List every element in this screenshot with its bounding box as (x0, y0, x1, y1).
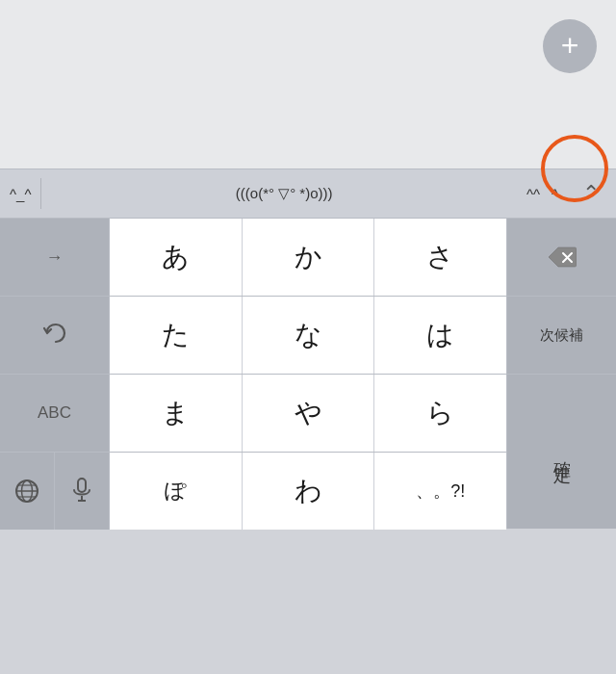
key-na[interactable]: な (243, 297, 375, 374)
top-area: + (0, 0, 616, 168)
key-wa[interactable]: わ (243, 453, 375, 530)
key-ka[interactable]: か (243, 219, 375, 296)
key-punct-label: 、。?! (416, 480, 465, 503)
key-ta[interactable]: た (110, 297, 243, 374)
key-sa[interactable]: さ (374, 219, 506, 296)
plus-icon: + (561, 30, 579, 61)
toolbar-row: ^_^ (((o(*° ▽° *)o))) ^^ ^ (0, 168, 616, 219)
keyboard-row-4: ぽ わ 、。?! (0, 453, 506, 530)
key-ma-label: ま (162, 395, 190, 431)
toolbar-kaomoji-hat[interactable]: ^_^ (0, 169, 40, 218)
key-ka-label: か (295, 239, 322, 275)
key-ra-label: ら (426, 395, 454, 431)
mic-key[interactable] (55, 453, 110, 530)
key-a[interactable]: あ (110, 219, 243, 296)
globe-key[interactable] (0, 453, 55, 530)
toolbar-caret1[interactable]: ^^ (526, 186, 540, 202)
globe-icon (13, 478, 40, 505)
key-po-small[interactable]: ぽ (110, 453, 243, 530)
key-punct[interactable]: 、。?! (374, 453, 506, 530)
main-keys-row3: ま や ら (110, 375, 506, 452)
key-ha[interactable]: は (374, 297, 506, 374)
key-na-label: な (295, 317, 322, 353)
chevron-highlight-circle (541, 135, 608, 202)
main-keys-row2: た な は (110, 297, 506, 374)
toolbar-hat-label: ^_^ (10, 186, 31, 202)
key-ma[interactable]: ま (110, 375, 243, 452)
confirm-label: 確定 (551, 448, 574, 455)
toolbar-emoticon[interactable]: (((o(*° ▽° *)o))) (41, 185, 526, 202)
undo-icon (41, 322, 68, 349)
keyboard-area: → あ か さ (0, 219, 616, 530)
key-wa-label: わ (295, 473, 322, 509)
keyboard-rows-34: ABC ま や ら (0, 375, 616, 530)
plus-button[interactable]: + (543, 19, 597, 73)
keyboard-row-2: た な は 次候補 (0, 297, 616, 375)
main-keys-row1: あ か さ (110, 219, 506, 296)
key-ra[interactable]: ら (374, 375, 506, 452)
mic-icon (71, 478, 92, 505)
delete-icon (548, 246, 577, 268)
delete-key[interactable] (506, 219, 616, 296)
key-ta-label: た (162, 317, 190, 353)
key-po-small-label: ぽ (165, 477, 187, 506)
key-ya[interactable]: や (243, 375, 375, 452)
undo-key[interactable] (0, 297, 110, 374)
key-a-label: あ (162, 239, 190, 275)
key-ha-label: は (426, 317, 454, 353)
confirm-key[interactable]: 確定 (506, 375, 616, 529)
main-keys-row4: ぽ わ 、。?! (110, 453, 506, 530)
arrow-right-label: → (46, 247, 64, 268)
rows-34-main: ABC ま や ら (0, 375, 506, 530)
abc-label: ABC (38, 403, 71, 423)
keyboard-row-1: → あ か さ (0, 219, 616, 297)
keyboard-row-3: ABC ま や ら (0, 375, 506, 453)
svg-rect-7 (78, 479, 86, 492)
abc-key[interactable]: ABC (0, 375, 110, 452)
next-candidate-key[interactable]: 次候補 (506, 297, 616, 374)
toolbar-emoticon-text: (((o(*° ▽° *)o))) (236, 185, 333, 202)
arrow-right-key[interactable]: → (0, 219, 110, 296)
key-sa-label: さ (426, 239, 454, 275)
key-ya-label: や (295, 395, 322, 431)
next-candidate-label: 次候補 (540, 326, 583, 345)
